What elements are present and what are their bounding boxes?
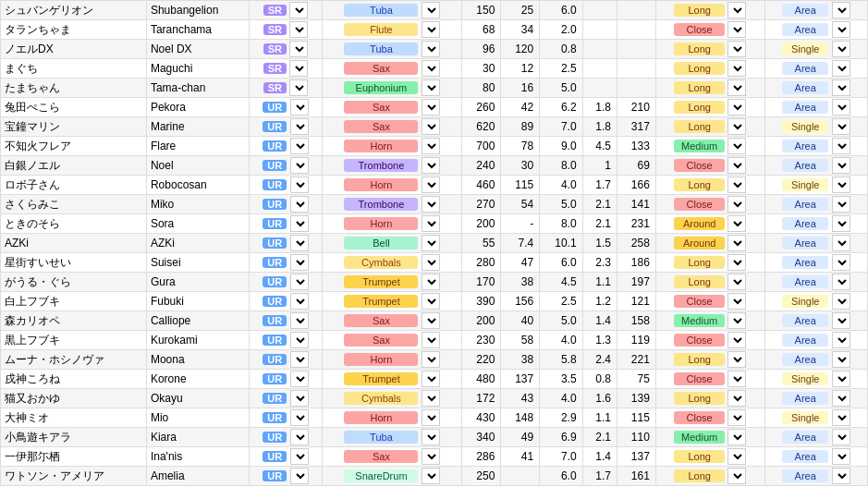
range-select[interactable]: ▼ [727,177,746,193]
instrument-select[interactable]: ▼ [422,274,440,290]
range-select[interactable]: ▼ [727,312,746,329]
instrument-select[interactable]: ▼ [422,99,440,116]
rarity-select[interactable]: ▼ [290,390,309,407]
instrument-select[interactable]: ▼ [422,41,440,57]
area-select[interactable]: ▼ [832,274,850,290]
rarity-select[interactable]: ▼ [290,215,309,232]
range-select[interactable]: ▼ [727,60,746,77]
range-select[interactable]: ▼ [727,468,746,484]
range-select[interactable]: ▼ [727,118,746,135]
area-select[interactable]: ▼ [832,409,850,426]
range-select[interactable]: ▼ [727,390,746,407]
instrument-select[interactable]: ▼ [422,293,440,310]
range-select[interactable]: ▼ [727,448,746,465]
instrument-select[interactable]: ▼ [422,215,440,232]
range-select[interactable]: ▼ [727,429,746,445]
rarity-select[interactable]: ▼ [290,448,309,465]
range-select[interactable]: ▼ [727,351,746,368]
area-select[interactable]: ▼ [832,215,850,232]
rarity-select[interactable]: ▼ [289,79,308,96]
instrument-select[interactable]: ▼ [422,332,440,348]
range-select[interactable]: ▼ [727,138,746,154]
instrument-select[interactable]: ▼ [422,138,440,154]
instrument-select[interactable]: ▼ [422,254,440,271]
instrument-select[interactable]: ▼ [422,118,440,135]
rarity-select[interactable]: ▼ [290,177,309,193]
area-select[interactable]: ▼ [832,468,850,484]
range-select[interactable]: ▼ [727,79,746,96]
range-select[interactable]: ▼ [727,2,746,18]
rarity-select[interactable]: ▼ [290,157,309,174]
range-select[interactable]: ▼ [727,157,746,174]
instrument-select[interactable]: ▼ [422,177,440,193]
instrument-select[interactable]: ▼ [422,79,440,96]
rarity-select[interactable]: ▼ [290,254,309,271]
area-select[interactable]: ▼ [832,235,850,251]
rarity-select[interactable]: ▼ [289,21,308,38]
rarity-select[interactable]: ▼ [289,60,308,77]
area-select[interactable]: ▼ [832,332,850,348]
instrument-select[interactable]: ▼ [422,21,440,38]
rarity-select[interactable]: ▼ [290,351,309,368]
area-select[interactable]: ▼ [832,118,850,135]
instrument-select[interactable]: ▼ [422,157,440,174]
instrument-select[interactable]: ▼ [422,390,440,407]
range-select[interactable]: ▼ [727,409,746,426]
area-select[interactable]: ▼ [832,79,850,96]
instrument-select[interactable]: ▼ [422,235,440,251]
area-select[interactable]: ▼ [832,177,850,193]
instrument-select[interactable]: ▼ [422,448,440,465]
range-select[interactable]: ▼ [727,215,746,232]
area-select[interactable]: ▼ [832,157,850,174]
area-select[interactable]: ▼ [832,254,850,271]
area-select[interactable]: ▼ [832,60,850,77]
instrument-select[interactable]: ▼ [422,468,440,484]
instrument-select[interactable]: ▼ [422,196,440,213]
range-select[interactable]: ▼ [727,21,746,38]
rarity-select[interactable]: ▼ [290,409,309,426]
range-select[interactable]: ▼ [727,254,746,271]
rarity-select[interactable]: ▼ [290,293,309,310]
rarity-select[interactable]: ▼ [289,41,308,57]
area-select[interactable]: ▼ [832,99,850,116]
instrument-select[interactable]: ▼ [422,351,440,368]
range-select[interactable]: ▼ [727,332,746,348]
area-select[interactable]: ▼ [832,196,850,213]
rarity-select[interactable]: ▼ [290,274,309,290]
rarity-select[interactable]: ▼ [290,312,309,329]
area-select[interactable]: ▼ [832,351,850,368]
range-select[interactable]: ▼ [727,99,746,116]
rarity-select[interactable]: ▼ [290,138,309,154]
instrument-select[interactable]: ▼ [422,60,440,77]
area-select[interactable]: ▼ [832,371,850,387]
rarity-select[interactable]: ▼ [290,118,309,135]
rarity-select[interactable]: ▼ [290,371,309,387]
instrument-select[interactable]: ▼ [422,371,440,387]
area-select[interactable]: ▼ [832,429,850,445]
rarity-select[interactable]: ▼ [290,332,309,348]
rarity-select[interactable]: ▼ [290,235,309,251]
range-select[interactable]: ▼ [727,196,746,213]
area-select[interactable]: ▼ [832,21,850,38]
instrument-select[interactable]: ▼ [422,429,440,445]
rarity-select[interactable]: ▼ [289,2,308,18]
area-select[interactable]: ▼ [832,2,850,18]
area-select[interactable]: ▼ [832,138,850,154]
range-select[interactable]: ▼ [727,41,746,57]
rarity-select[interactable]: ▼ [290,468,309,484]
range-select[interactable]: ▼ [727,371,746,387]
range-select[interactable]: ▼ [727,235,746,251]
instrument-select[interactable]: ▼ [422,312,440,329]
area-select[interactable]: ▼ [832,293,850,310]
rarity-select[interactable]: ▼ [290,196,309,213]
range-select[interactable]: ▼ [727,274,746,290]
rarity-select[interactable]: ▼ [290,429,309,445]
rarity-select[interactable]: ▼ [290,99,309,116]
area-select[interactable]: ▼ [832,41,850,57]
instrument-select[interactable]: ▼ [422,2,440,18]
instrument-select[interactable]: ▼ [422,409,440,426]
range-select[interactable]: ▼ [727,293,746,310]
area-select[interactable]: ▼ [832,448,850,465]
area-select[interactable]: ▼ [832,390,850,407]
area-select[interactable]: ▼ [832,312,850,329]
